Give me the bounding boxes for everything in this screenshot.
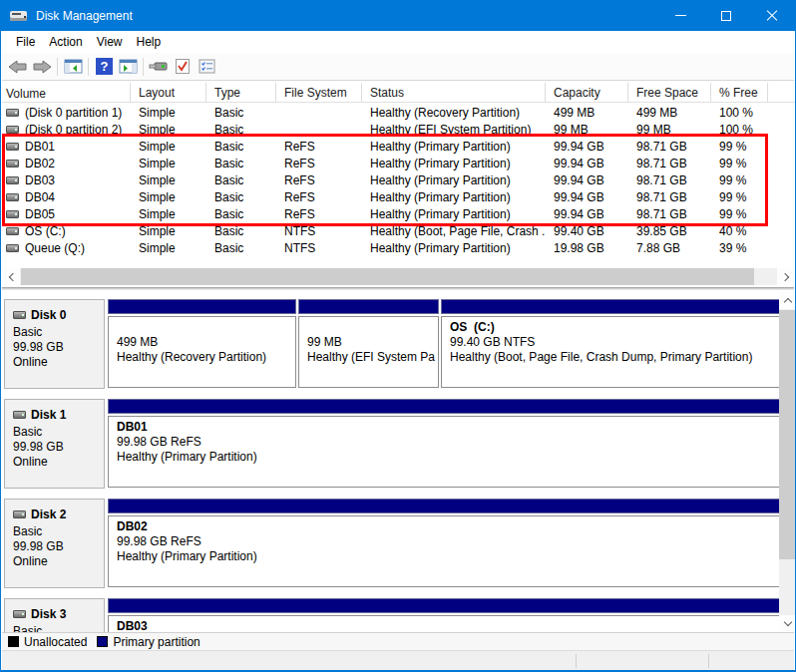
- cell-type: Basic: [206, 190, 276, 204]
- column-header-volume[interactable]: Volume: [2, 83, 131, 102]
- column-header-pct-free[interactable]: % Free: [711, 83, 768, 102]
- partition-recovery[interactable]: 499 MB Healthy (Recovery Partition): [108, 299, 296, 389]
- column-header-status[interactable]: Status: [362, 83, 546, 102]
- volume-name: Queue (Q:): [25, 241, 85, 255]
- check-document-icon: [175, 58, 191, 75]
- check-document-button[interactable]: [171, 55, 195, 79]
- volume-icon: [6, 193, 19, 201]
- column-header-type[interactable]: Type: [206, 83, 276, 102]
- scroll-up-button[interactable]: [779, 292, 796, 309]
- partition-size: 99.40 GB NTFS: [450, 335, 779, 350]
- cell-capacity: 99.94 GB: [546, 190, 628, 204]
- legend-primary-partition: Primary partition: [97, 635, 199, 649]
- status-bar: [2, 650, 794, 670]
- cell-capacity: 99.94 GB: [546, 173, 628, 187]
- cell-capacity: 99 MB: [546, 123, 628, 137]
- vertical-scrollbar[interactable]: [779, 292, 796, 632]
- table-row-db02[interactable]: DB02 Simple Basic ReFS Healthy (Primary …: [2, 155, 796, 171]
- volume-name: DB05: [25, 207, 55, 221]
- chevron-right-icon: [780, 272, 788, 280]
- partition-efi[interactable]: 99 MB Healthy (EFI System Pa: [298, 299, 439, 389]
- disk-icon: [13, 610, 26, 618]
- cell-capacity: 19.98 GB: [546, 241, 628, 255]
- table-row-queue-q[interactable]: Queue (Q:) Simple Basic NTFS Healthy (Pr…: [2, 239, 796, 256]
- volume-icon: [6, 160, 19, 168]
- cell-status: Healthy (Boot, Page File, Crash ...: [362, 224, 546, 238]
- forward-button[interactable]: [30, 55, 54, 79]
- column-header-free-space[interactable]: Free Space: [628, 83, 711, 102]
- cell-layout: Simple: [131, 140, 206, 154]
- volume-icon: [6, 227, 19, 235]
- task-list-button[interactable]: [195, 55, 218, 79]
- disk-icon: [13, 411, 26, 419]
- cell-free-space: 98.71 GB: [628, 140, 711, 154]
- horizontal-scrollbar[interactable]: [3, 268, 794, 285]
- cell-layout: Simple: [131, 173, 206, 187]
- menu-action[interactable]: Action: [42, 32, 89, 52]
- menu-help[interactable]: Help: [130, 32, 169, 52]
- disk-row-0: Disk 0 Basic 99.98 GB Online 499 MB Heal…: [3, 299, 779, 389]
- cell-type: Basic: [206, 207, 276, 221]
- back-button[interactable]: [6, 55, 30, 79]
- scroll-left-button[interactable]: [3, 268, 20, 285]
- scroll-right-button[interactable]: [777, 268, 794, 285]
- disk-icon: [13, 510, 26, 518]
- primary-partition-bar: [108, 299, 296, 314]
- column-header-file-system[interactable]: File System: [276, 83, 362, 102]
- svg-text:?: ?: [100, 59, 108, 74]
- disk-type: Basic: [13, 325, 104, 340]
- table-row-db04[interactable]: DB04 Simple Basic ReFS Healthy (Primary …: [2, 188, 796, 205]
- disk3-label-panel[interactable]: Disk 3 Basic: [4, 598, 105, 632]
- partition-db01[interactable]: DB01 99.98 GB ReFS Healthy (Primary Part…: [108, 399, 780, 489]
- maximize-button[interactable]: [703, 0, 749, 31]
- device-tool-button[interactable]: [147, 55, 171, 79]
- partition-name: [117, 320, 295, 335]
- table-row-db01[interactable]: DB01 Simple Basic ReFS Healthy (Primary …: [2, 138, 796, 155]
- cell-capacity: 99.40 GB: [546, 224, 628, 238]
- disk-name: Disk 3: [31, 607, 66, 621]
- minimize-button[interactable]: [657, 0, 703, 31]
- disk-size: 99.98 GB: [13, 539, 104, 554]
- disk-type: Basic: [13, 524, 104, 539]
- disk0-label-panel[interactable]: Disk 0 Basic 99.98 GB Online: [4, 299, 105, 389]
- vertical-scrollbar-thumb[interactable]: [779, 310, 796, 559]
- cell-file-system: ReFS: [276, 207, 362, 221]
- partition-db02[interactable]: DB02 99.98 GB ReFS Healthy (Primary Part…: [108, 499, 780, 588]
- disk-status: Online: [13, 554, 104, 569]
- scroll-down-button[interactable]: [779, 615, 796, 632]
- menu-file[interactable]: File: [9, 32, 42, 52]
- disk1-label-panel[interactable]: Disk 1 Basic 99.98 GB Online: [4, 399, 105, 489]
- partition-os-c[interactable]: OS (C:) 99.40 GB NTFS Healthy (Boot, Pag…: [441, 299, 780, 389]
- cell-layout: Simple: [131, 157, 206, 170]
- help-button[interactable]: ?: [92, 55, 116, 79]
- table-row-db03[interactable]: DB03 Simple Basic ReFS Healthy (Primary …: [2, 171, 796, 188]
- back-icon: [8, 60, 28, 74]
- cell-type: Basic: [206, 173, 276, 187]
- volume-list: Volume Layout Type File System Status Ca…: [2, 82, 796, 287]
- horizontal-scrollbar-thumb[interactable]: [21, 268, 754, 285]
- title-bar: Disk Management: [1, 0, 795, 31]
- table-row-db05[interactable]: DB05 Simple Basic ReFS Healthy (Primary …: [2, 205, 796, 222]
- show-console-tree-button[interactable]: [61, 55, 85, 79]
- table-row-disk0-partition2[interactable]: (Disk 0 partition 2) Simple Basic Health…: [2, 121, 796, 138]
- pane-splitter[interactable]: [2, 287, 794, 290]
- close-button[interactable]: [749, 0, 795, 31]
- cell-type: Basic: [206, 123, 276, 137]
- cell-pct-free: 99 %: [711, 173, 768, 187]
- show-action-pane-button[interactable]: [116, 55, 140, 79]
- toolbar-separator: [88, 58, 89, 76]
- disk-management-window: Disk Management File Action View Help: [0, 0, 796, 672]
- menu-view[interactable]: View: [90, 32, 130, 52]
- partition-db03[interactable]: DB03: [108, 598, 780, 632]
- legend-unallocated: Unallocated: [8, 635, 87, 649]
- table-row-disk0-partition1[interactable]: (Disk 0 partition 1) Simple Basic Health…: [2, 104, 796, 121]
- cell-free-space: 39.85 GB: [628, 224, 711, 238]
- cell-free-space: 7.88 GB: [628, 241, 711, 255]
- disk2-label-panel[interactable]: Disk 2 Basic 99.98 GB Online: [4, 499, 105, 588]
- partition-size: 99.98 GB ReFS: [117, 534, 779, 549]
- column-header-capacity[interactable]: Capacity: [546, 83, 628, 102]
- column-header-layout[interactable]: Layout: [131, 83, 206, 102]
- volume-icon: [6, 210, 19, 218]
- table-row-os-c[interactable]: OS (C:) Simple Basic NTFS Healthy (Boot,…: [2, 222, 796, 239]
- partition-size: 499 MB: [117, 335, 295, 350]
